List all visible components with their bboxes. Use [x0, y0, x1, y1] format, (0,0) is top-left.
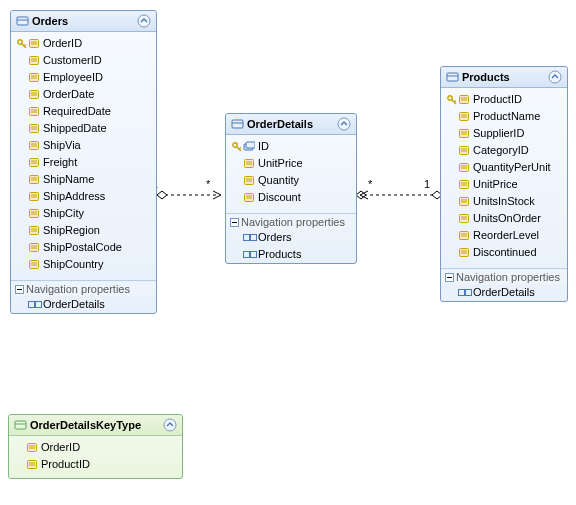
property-row[interactable]: ProductID	[9, 456, 182, 473]
property-icon	[447, 179, 473, 190]
entity-title: Orders	[30, 15, 137, 27]
collapse-icon[interactable]	[163, 418, 177, 432]
property-row[interactable]: ID	[226, 138, 356, 155]
property-row[interactable]: ShipPostalCode	[11, 239, 156, 256]
property-row[interactable]: ShipName	[11, 171, 156, 188]
property-name: ID	[258, 139, 269, 154]
nav-property-row[interactable]: OrderDetails	[441, 284, 567, 301]
property-name: Discount	[258, 190, 301, 205]
property-row[interactable]: ShipCity	[11, 205, 156, 222]
property-name: EmployeeID	[43, 70, 103, 85]
svg-rect-5	[17, 17, 28, 25]
property-name: RequiredDate	[43, 104, 111, 119]
collapse-icon[interactable]	[337, 117, 351, 131]
nav-property-row[interactable]: Orders	[226, 229, 356, 246]
nav-property-row[interactable]: Products	[226, 246, 356, 263]
entity-icon	[446, 71, 460, 83]
property-row[interactable]: ProductID	[441, 91, 567, 108]
property-name: ProductName	[473, 109, 540, 124]
property-row[interactable]: OrderID	[9, 439, 182, 456]
property-row[interactable]: OrderID	[11, 35, 156, 52]
property-row[interactable]: Freight	[11, 154, 156, 171]
minus-icon	[15, 285, 24, 294]
property-row[interactable]: QuantityPerUnit	[441, 159, 567, 176]
property-icon	[17, 208, 43, 219]
property-icon	[17, 106, 43, 117]
svg-rect-124	[15, 421, 26, 429]
nav-property-icon	[447, 287, 473, 298]
svg-rect-78	[251, 235, 257, 241]
entity-body: OrderIDCustomerIDEmployeeIDOrderDateRequ…	[11, 32, 156, 278]
property-row[interactable]: SupplierID	[441, 125, 567, 142]
property-name: UnitPrice	[473, 177, 518, 192]
entity-body: OrderIDProductID	[9, 436, 182, 478]
property-name: CategoryID	[473, 143, 529, 158]
minus-icon	[445, 273, 454, 282]
entity-products[interactable]: Products ProductIDProductNameSupplierIDC…	[440, 66, 568, 302]
property-row[interactable]: UnitsOnOrder	[441, 210, 567, 227]
property-name: ShipPostalCode	[43, 240, 122, 255]
property-name: CustomerID	[43, 53, 102, 68]
property-name: ShipAddress	[43, 189, 105, 204]
svg-rect-81	[251, 252, 257, 258]
svg-rect-65	[246, 142, 255, 148]
nav-section: Navigation properties OrderDetails	[11, 280, 156, 313]
property-row[interactable]: RequiredDate	[11, 103, 156, 120]
multiplicity-label: *	[206, 178, 210, 190]
entity-orderdetails[interactable]: OrderDetails IDUnitPriceQuantityDiscount…	[225, 113, 357, 264]
svg-marker-1	[157, 191, 167, 199]
property-row[interactable]: ProductName	[441, 108, 567, 125]
property-name: QuantityPerUnit	[473, 160, 551, 175]
property-row[interactable]: ShipRegion	[11, 222, 156, 239]
nav-section-header[interactable]: Navigation properties	[226, 215, 356, 229]
property-row[interactable]: EmployeeID	[11, 69, 156, 86]
nav-section-header[interactable]: Navigation properties	[11, 282, 156, 296]
nav-property-name: OrderDetails	[43, 297, 105, 312]
entity-header[interactable]: OrderDetailsKeyType	[9, 415, 182, 436]
svg-point-126	[164, 419, 176, 431]
svg-rect-56	[36, 302, 42, 308]
property-row[interactable]: OrderDate	[11, 86, 156, 103]
entity-icon	[16, 15, 30, 27]
property-row[interactable]: Discount	[226, 189, 356, 206]
property-icon	[447, 196, 473, 207]
property-icon	[447, 128, 473, 139]
property-row[interactable]: Quantity	[226, 172, 356, 189]
svg-rect-122	[466, 290, 472, 296]
entity-orderdetailskeytype[interactable]: OrderDetailsKeyType OrderIDProductID	[8, 414, 183, 479]
entity-header[interactable]: Products	[441, 67, 567, 88]
entity-header[interactable]: Orders	[11, 11, 156, 32]
property-row[interactable]: ReorderLevel	[441, 227, 567, 244]
nav-property-icon	[232, 232, 258, 243]
property-icon	[17, 123, 43, 134]
nav-property-name: Products	[258, 247, 301, 262]
collapse-icon[interactable]	[548, 70, 562, 84]
property-row[interactable]: Discontinued	[441, 244, 567, 261]
property-name: ReorderLevel	[473, 228, 539, 243]
entity-header[interactable]: OrderDetails	[226, 114, 356, 135]
minus-icon	[230, 218, 239, 227]
property-row[interactable]: UnitPrice	[226, 155, 356, 172]
property-row[interactable]: UnitsInStock	[441, 193, 567, 210]
property-row[interactable]: UnitPrice	[441, 176, 567, 193]
property-icon	[232, 158, 258, 169]
svg-rect-77	[244, 235, 250, 241]
property-icon	[447, 230, 473, 241]
property-row[interactable]: ShipCountry	[11, 256, 156, 273]
property-icon	[447, 247, 473, 258]
nav-section-header[interactable]: Navigation properties	[441, 270, 567, 284]
property-row[interactable]: ShippedDate	[11, 120, 156, 137]
property-icon	[17, 259, 43, 270]
property-row[interactable]: CategoryID	[441, 142, 567, 159]
svg-line-88	[454, 100, 456, 102]
property-name: ProductID	[41, 457, 90, 472]
entity-title: OrderDetailsKeyType	[28, 419, 163, 431]
property-row[interactable]: CustomerID	[11, 52, 156, 69]
nav-property-row[interactable]: OrderDetails	[11, 296, 156, 313]
collapse-icon[interactable]	[137, 14, 151, 28]
property-row[interactable]: ShipAddress	[11, 188, 156, 205]
entity-orders[interactable]: Orders OrderIDCustomerIDEmployeeIDOrderD…	[10, 10, 157, 314]
property-name: UnitsInStock	[473, 194, 535, 209]
property-row[interactable]: ShipVia	[11, 137, 156, 154]
property-name: ShipCity	[43, 206, 84, 221]
